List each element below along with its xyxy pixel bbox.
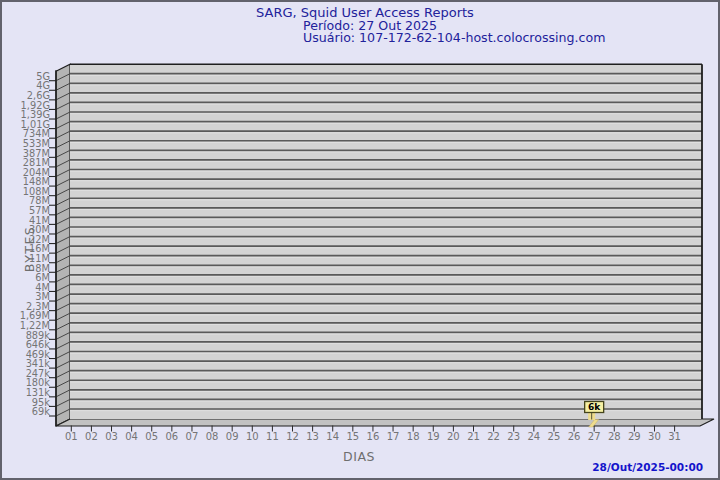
bytes-per-day-chart: 6k: [2, 2, 720, 480]
sarg-report-page: SARG, Squid User Access Reports Período:…: [0, 0, 720, 480]
bar-value-label: 6k: [588, 402, 601, 412]
y-axis-title: BYTES: [22, 226, 37, 273]
generation-timestamp: 28/Out/2025-00:00: [592, 461, 703, 473]
